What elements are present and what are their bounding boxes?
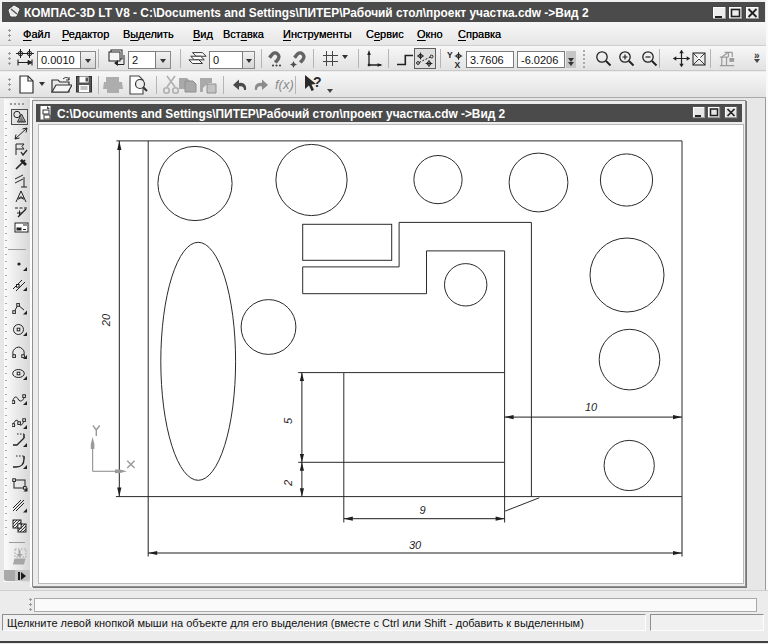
svg-text:X: X	[455, 60, 461, 68]
svg-text:Y: Y	[447, 50, 453, 60]
svg-text:?: ?	[313, 74, 322, 90]
